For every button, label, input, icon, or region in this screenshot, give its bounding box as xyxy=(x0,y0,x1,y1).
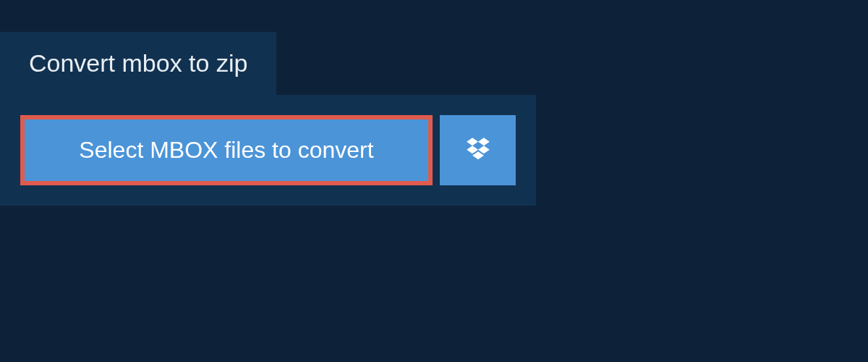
dropbox-icon xyxy=(464,135,492,166)
select-files-button[interactable]: Select MBOX files to convert xyxy=(20,115,433,185)
upload-panel: Select MBOX files to convert xyxy=(0,95,536,206)
select-files-label: Select MBOX files to convert xyxy=(79,137,373,164)
tab-convert[interactable]: Convert mbox to zip xyxy=(0,32,276,95)
tab-label: Convert mbox to zip xyxy=(29,49,247,77)
dropbox-button[interactable] xyxy=(440,115,516,185)
